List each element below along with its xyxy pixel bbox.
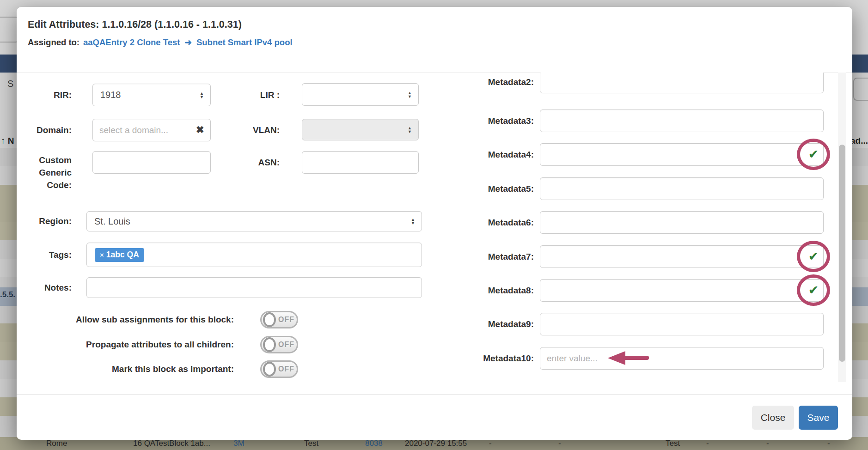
- tag-remove-icon[interactable]: ×: [100, 251, 104, 259]
- toggle-knob: [263, 362, 276, 377]
- vlan-label: VLAN:: [220, 119, 280, 141]
- metadata10-label: Metadata10:: [433, 347, 534, 370]
- annotation-arrow-icon: [608, 351, 625, 365]
- rir-label: RIR:: [17, 84, 72, 106]
- domain-clear-icon[interactable]: ✖: [196, 124, 204, 135]
- bg-cell-region: Rome: [46, 439, 67, 448]
- rir-value: 1918: [93, 90, 200, 100]
- tags-input[interactable]: ×1abc QA: [86, 243, 422, 267]
- page: S ↑ N ad... .5.5. Rome 16 QATestBlock 1a…: [0, 0, 868, 450]
- toggle-knob: [263, 312, 276, 327]
- domain-label: Domain:: [17, 119, 72, 141]
- bg-cell-date: 2020-07-29 15:55: [405, 439, 467, 448]
- metadata-scroll-area[interactable]: Metadata2: Metadata3: Metadata4: ✔ Metad…: [433, 73, 838, 382]
- lir-label: LIR :: [220, 84, 280, 106]
- metadata2-label: Metadata2:: [433, 73, 534, 93]
- select-caret-icon: ▲▼: [200, 91, 204, 99]
- metadata9-label: Metadata9:: [433, 313, 534, 335]
- metadata-scrollbar-thumb[interactable]: [839, 145, 845, 362]
- allow-sub-assignments-label: Allow sub assignments for this block:: [17, 311, 234, 328]
- mark-important-toggle[interactable]: OFF: [260, 360, 298, 378]
- tag-chip-label: 1abc QA: [106, 250, 139, 260]
- background-button-outline: [853, 78, 868, 101]
- assigned-pool-link[interactable]: Subnet Smart IPv4 pool: [196, 37, 293, 47]
- background-truncated-column-header: ad...: [850, 136, 868, 146]
- asn-input[interactable]: [302, 151, 419, 174]
- edit-attributes-modal: Edit Attributes: 1.1.0.16/28 (1.1.0.16 -…: [17, 7, 852, 440]
- metadata7-input[interactable]: [540, 245, 824, 268]
- toggle-state: OFF: [276, 365, 297, 373]
- region-select[interactable]: St. Louis ▲▼: [86, 211, 422, 231]
- modal-title: Edit Attributes: 1.1.0.16/28 (1.1.0.16 -…: [28, 19, 242, 30]
- tag-chip[interactable]: ×1abc QA: [95, 248, 144, 262]
- custom-generic-code-input[interactable]: [92, 151, 211, 174]
- bg-cell-dash: -: [766, 439, 769, 448]
- annotation-arrow-tail: [623, 356, 649, 360]
- toggle-knob: [263, 337, 276, 352]
- check-icon: ✔: [795, 279, 832, 302]
- background-text-s: S: [7, 79, 13, 89]
- vlan-select[interactable]: ▲▼: [302, 119, 419, 140]
- asn-label: ASN:: [220, 151, 280, 174]
- region-label: Region:: [17, 211, 72, 231]
- select-caret-icon: ▲▼: [408, 126, 412, 134]
- allow-sub-assignments-toggle[interactable]: OFF: [260, 311, 298, 328]
- custom-generic-code-label: Custom Generic Code:: [17, 154, 72, 191]
- breadcrumb-arrow-icon: ➜: [184, 37, 192, 47]
- bg-cell-link: 3M: [233, 439, 245, 448]
- propagate-attributes-toggle[interactable]: OFF: [260, 336, 298, 353]
- bg-cell-dash: -: [706, 439, 709, 448]
- notes-input[interactable]: [86, 277, 422, 298]
- assigned-to-label: Assigned to:: [28, 37, 79, 47]
- tags-label: Tags:: [17, 243, 72, 267]
- metadata3-label: Metadata3:: [433, 109, 534, 132]
- propagate-attributes-label: Propagate attributes to all children:: [17, 336, 234, 353]
- metadata6-input[interactable]: [540, 211, 824, 234]
- rir-select[interactable]: 1918 ▲▼: [92, 84, 211, 106]
- metadata5-input[interactable]: [540, 177, 824, 200]
- select-caret-icon: ▲▼: [408, 91, 412, 98]
- bg-cell-dash: -: [489, 439, 492, 448]
- metadata9-input[interactable]: [540, 313, 824, 335]
- metadata8-label: Metadata8:: [433, 279, 534, 302]
- close-button[interactable]: Close: [752, 406, 794, 430]
- metadata5-label: Metadata5:: [433, 177, 534, 200]
- region-value: St. Louis: [87, 216, 411, 227]
- mark-important-label: Mark this block as important:: [17, 360, 234, 378]
- metadata7-label: Metadata7:: [433, 245, 534, 268]
- lir-select[interactable]: ▲▼: [302, 83, 419, 106]
- metadata4-input[interactable]: [540, 143, 824, 166]
- assigned-entry-link[interactable]: aaQAEntry 2 Clone Test: [83, 37, 180, 47]
- select-caret-icon: ▲▼: [411, 218, 415, 225]
- metadata2-input[interactable]: [540, 73, 824, 93]
- bg-cell-block-name: 16 QATestBlock 1ab...: [133, 439, 210, 448]
- assigned-to-line: Assigned to:aaQAEntry 2 Clone Test➜Subne…: [28, 37, 293, 48]
- bg-cell-dash: -: [827, 439, 830, 448]
- metadata8-input[interactable]: [540, 279, 824, 302]
- background-selected-row-text: .5.5.: [0, 290, 15, 299]
- footer-divider: [17, 394, 852, 395]
- check-icon: ✔: [795, 143, 832, 166]
- bg-cell-dash: -: [558, 439, 561, 448]
- metadata10-input[interactable]: [540, 347, 824, 370]
- bg-cell-link: 8038: [365, 439, 383, 448]
- domain-input[interactable]: [92, 119, 211, 141]
- toggle-state: OFF: [276, 341, 297, 349]
- check-icon: ✔: [795, 245, 832, 268]
- bg-cell-test: Test: [304, 439, 318, 448]
- bg-cell-test: Test: [666, 439, 680, 448]
- background-sort-column-header: ↑ N: [1, 136, 14, 146]
- metadata3-input[interactable]: [540, 109, 824, 132]
- metadata6-label: Metadata6:: [433, 211, 534, 234]
- metadata4-label: Metadata4:: [433, 143, 534, 166]
- notes-label: Notes:: [17, 277, 72, 298]
- save-button[interactable]: Save: [799, 406, 838, 430]
- toggle-state: OFF: [276, 316, 297, 324]
